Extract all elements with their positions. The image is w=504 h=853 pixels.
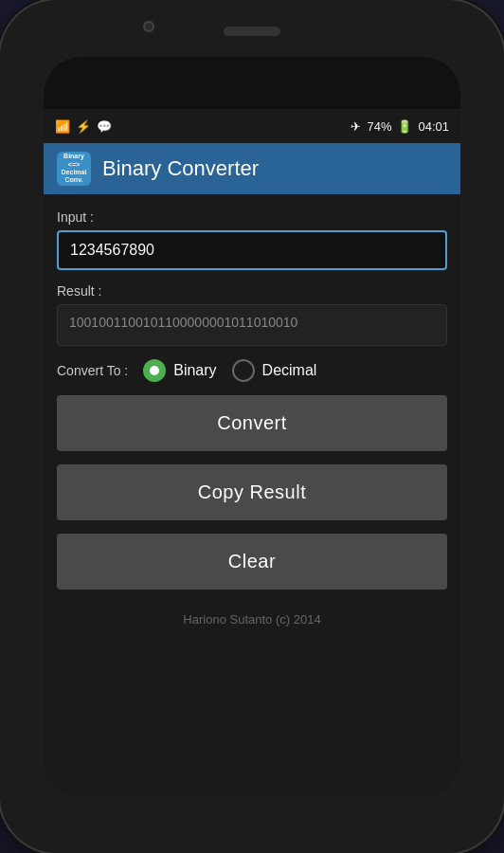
status-bar: 📶 ⚡ 💬 ✈ 74% 🔋 04:01: [44, 109, 460, 143]
signal-icon: 📶: [55, 119, 70, 134]
status-left: 📶 ⚡ 💬: [55, 119, 112, 134]
battery-percent: 74%: [367, 119, 391, 134]
usb-icon: ⚡: [76, 119, 91, 134]
binary-radio[interactable]: Binary: [143, 359, 216, 382]
app-title: Binary Converter: [102, 156, 259, 181]
phone-speaker: [224, 27, 280, 36]
input-label: Input :: [57, 209, 447, 225]
result-field: 1001001100101100000001011010010: [57, 304, 447, 346]
chat-icon: 💬: [97, 119, 112, 134]
convert-button[interactable]: Convert: [57, 395, 447, 451]
phone-frame: 📶 ⚡ 💬 ✈ 74% 🔋 04:01 Binary <=> Decimal C…: [0, 0, 504, 853]
binary-radio-label: Binary: [173, 362, 216, 379]
app-header: Binary <=> Decimal Conv. Binary Converte…: [44, 143, 460, 194]
status-right: ✈ 74% 🔋 04:01: [351, 119, 449, 134]
clear-button[interactable]: Clear: [57, 534, 447, 590]
convert-to-row: Convert To : Binary Decimal: [57, 359, 447, 382]
decimal-radio-circle[interactable]: [232, 359, 255, 382]
result-section: Result : 1001001100101100000001011010010: [57, 283, 447, 346]
time-display: 04:01: [418, 119, 449, 134]
convert-to-label: Convert To :: [57, 363, 128, 378]
battery-icon: 🔋: [397, 119, 412, 134]
phone-camera: [143, 21, 154, 32]
result-label: Result :: [57, 283, 447, 299]
input-section: Input :: [57, 209, 447, 270]
app-logo: Binary <=> Decimal Conv.: [57, 152, 91, 186]
phone-screen: 📶 ⚡ 💬 ✈ 74% 🔋 04:01 Binary <=> Decimal C…: [44, 57, 460, 796]
copy-result-button[interactable]: Copy Result: [57, 464, 447, 520]
binary-radio-circle[interactable]: [143, 359, 166, 382]
airplane-icon: ✈: [351, 119, 361, 134]
input-field[interactable]: [57, 230, 447, 270]
footer-text: Hariono Sutanto (c) 2014: [57, 603, 447, 630]
app-content: Input : Result : 10010011001011000000010…: [44, 194, 460, 796]
decimal-radio[interactable]: Decimal: [232, 359, 317, 382]
decimal-radio-label: Decimal: [262, 362, 317, 379]
